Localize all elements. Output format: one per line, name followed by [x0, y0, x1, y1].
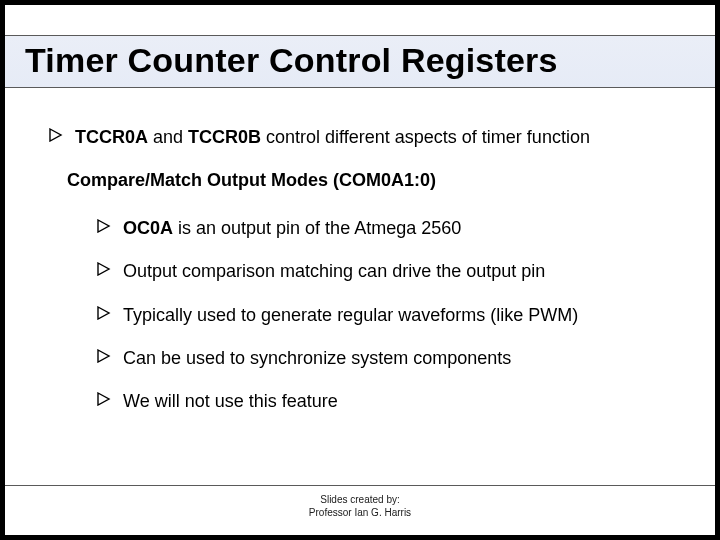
slide: Timer Counter Control Registers TCCR0A a…	[5, 5, 715, 535]
svg-marker-4	[98, 350, 109, 362]
arrow-icon	[97, 262, 115, 276]
slide-title: Timer Counter Control Registers	[25, 41, 695, 80]
title-band: Timer Counter Control Registers	[5, 35, 715, 88]
svg-marker-1	[98, 220, 109, 232]
bullet-1: OC0A is an output pin of the Atmega 2560	[97, 217, 685, 240]
arrow-icon	[97, 306, 115, 320]
bullet-3: Typically used to generate regular wavef…	[97, 304, 685, 327]
bullet-4: Can be used to synchronize system compon…	[97, 347, 685, 370]
arrow-icon	[97, 392, 115, 406]
bullet-5: We will not use this feature	[97, 390, 685, 413]
svg-marker-0	[50, 129, 61, 141]
svg-marker-3	[98, 307, 109, 319]
arrow-icon	[97, 349, 115, 363]
bullet-text: Output comparison matching can drive the…	[123, 260, 685, 283]
subheading: Compare/Match Output Modes (COM0A1:0)	[67, 169, 685, 192]
svg-marker-5	[98, 393, 109, 405]
bullet-text: We will not use this feature	[123, 390, 685, 413]
footer-line-1: Slides created by:	[5, 494, 715, 507]
bullet-text: Can be used to synchronize system compon…	[123, 347, 685, 370]
arrow-icon	[97, 219, 115, 233]
slide-content: TCCR0A and TCCR0B control different aspe…	[5, 88, 715, 414]
footer-line-2: Professor Ian G. Harris	[5, 507, 715, 520]
bullet-text: OC0A is an output pin of the Atmega 2560	[123, 217, 685, 240]
bullet-intro: TCCR0A and TCCR0B control different aspe…	[49, 126, 685, 149]
arrow-icon	[49, 128, 67, 142]
bullet-text: TCCR0A and TCCR0B control different aspe…	[75, 126, 685, 149]
bullet-2: Output comparison matching can drive the…	[97, 260, 685, 283]
svg-marker-2	[98, 263, 109, 275]
slide-footer: Slides created by: Professor Ian G. Harr…	[5, 485, 715, 519]
bullet-text: Typically used to generate regular wavef…	[123, 304, 685, 327]
